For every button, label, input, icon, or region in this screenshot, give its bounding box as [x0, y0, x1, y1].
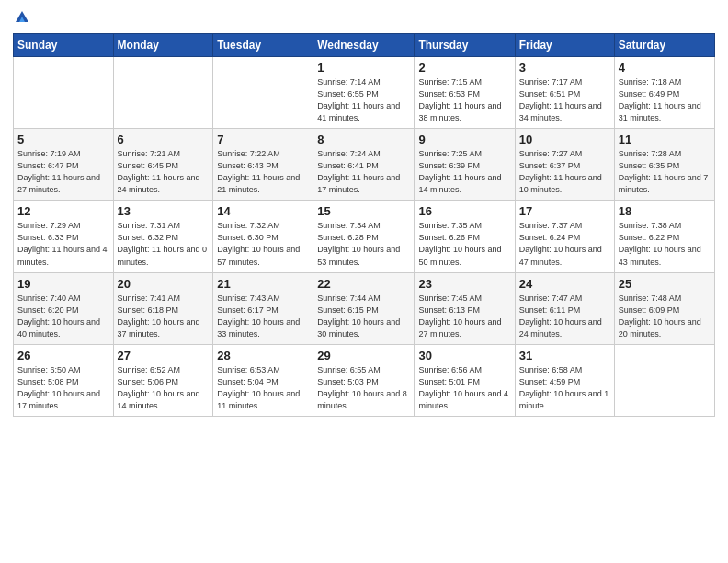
weekday-header-monday: Monday — [113, 34, 213, 57]
calendar-day-cell: 11Sunrise: 7:28 AMSunset: 6:35 PMDayligh… — [614, 129, 714, 201]
day-info: Sunrise: 7:40 AMSunset: 6:20 PMDaylight:… — [17, 293, 109, 340]
day-number: 18 — [619, 204, 711, 218]
calendar-day-cell: 5Sunrise: 7:19 AMSunset: 6:47 PMDaylight… — [14, 129, 114, 201]
day-info: Sunrise: 7:17 AMSunset: 6:51 PMDaylight:… — [519, 76, 610, 124]
calendar-week-row: 1Sunrise: 7:14 AMSunset: 6:55 PMDaylight… — [14, 57, 715, 129]
weekday-header-thursday: Thursday — [415, 34, 515, 57]
day-number: 3 — [519, 61, 610, 75]
day-info: Sunrise: 6:56 AMSunset: 5:01 PMDaylight:… — [418, 364, 510, 412]
calendar-day-cell: 13Sunrise: 7:31 AMSunset: 6:32 PMDayligh… — [113, 201, 213, 272]
day-number: 28 — [217, 349, 309, 362]
day-info: Sunrise: 7:27 AMSunset: 6:37 PMDaylight:… — [519, 148, 610, 196]
day-info: Sunrise: 7:41 AMSunset: 6:18 PMDaylight:… — [118, 293, 210, 340]
day-info: Sunrise: 7:14 AMSunset: 6:55 PMDaylight:… — [317, 76, 410, 124]
day-number: 17 — [519, 204, 610, 218]
day-number: 31 — [519, 349, 610, 362]
calendar-day-cell: 19Sunrise: 7:40 AMSunset: 6:20 PMDayligh… — [14, 272, 114, 344]
day-number: 16 — [418, 204, 510, 218]
day-info: Sunrise: 6:50 AMSunset: 5:08 PMDaylight:… — [17, 364, 109, 412]
day-number: 6 — [118, 132, 210, 146]
day-info: Sunrise: 7:21 AMSunset: 6:45 PMDaylight:… — [118, 148, 210, 196]
day-number: 9 — [418, 132, 510, 146]
day-number: 7 — [217, 132, 309, 146]
calendar-week-row: 12Sunrise: 7:29 AMSunset: 6:33 PMDayligh… — [14, 201, 715, 272]
calendar-day-cell: 22Sunrise: 7:44 AMSunset: 6:15 PMDayligh… — [313, 272, 415, 344]
weekday-header-friday: Friday — [515, 34, 614, 57]
day-number: 10 — [519, 132, 610, 146]
calendar-day-cell: 12Sunrise: 7:29 AMSunset: 6:33 PMDayligh… — [14, 201, 114, 272]
day-info: Sunrise: 7:18 AMSunset: 6:49 PMDaylight:… — [619, 76, 711, 124]
day-info: Sunrise: 7:38 AMSunset: 6:22 PMDaylight:… — [619, 220, 711, 268]
calendar-day-cell: 3Sunrise: 7:17 AMSunset: 6:51 PMDaylight… — [515, 57, 614, 129]
day-number: 25 — [619, 277, 711, 291]
day-number: 22 — [317, 277, 410, 291]
day-info: Sunrise: 7:48 AMSunset: 6:09 PMDaylight:… — [619, 293, 711, 340]
calendar-week-row: 5Sunrise: 7:19 AMSunset: 6:47 PMDaylight… — [14, 129, 715, 201]
day-info: Sunrise: 7:44 AMSunset: 6:15 PMDaylight:… — [317, 293, 410, 340]
calendar-day-cell: 30Sunrise: 6:56 AMSunset: 5:01 PMDayligh… — [415, 344, 515, 416]
day-number: 8 — [317, 132, 410, 146]
day-number: 30 — [418, 349, 510, 362]
calendar-day-cell: 15Sunrise: 7:34 AMSunset: 6:28 PMDayligh… — [313, 201, 415, 272]
calendar-day-cell: 27Sunrise: 6:52 AMSunset: 5:06 PMDayligh… — [113, 344, 213, 416]
weekday-header-saturday: Saturday — [614, 34, 714, 57]
day-info: Sunrise: 7:43 AMSunset: 6:17 PMDaylight:… — [217, 293, 309, 340]
weekday-header-tuesday: Tuesday — [213, 34, 313, 57]
calendar-day-cell: 9Sunrise: 7:25 AMSunset: 6:39 PMDaylight… — [415, 129, 515, 201]
calendar-day-cell: 29Sunrise: 6:55 AMSunset: 5:03 PMDayligh… — [313, 344, 415, 416]
calendar-day-cell: 21Sunrise: 7:43 AMSunset: 6:17 PMDayligh… — [213, 272, 313, 344]
day-number: 19 — [17, 277, 109, 291]
day-number: 21 — [217, 277, 309, 291]
calendar-day-cell: 31Sunrise: 6:58 AMSunset: 4:59 PMDayligh… — [515, 344, 614, 416]
calendar-day-cell: 23Sunrise: 7:45 AMSunset: 6:13 PMDayligh… — [415, 272, 515, 344]
day-number: 11 — [619, 132, 711, 146]
calendar-page: SundayMondayTuesdayWednesdayThursdayFrid… — [0, 0, 728, 563]
day-number: 24 — [519, 277, 610, 291]
calendar-day-cell: 6Sunrise: 7:21 AMSunset: 6:45 PMDaylight… — [113, 129, 213, 201]
day-info: Sunrise: 7:34 AMSunset: 6:28 PMDaylight:… — [317, 220, 410, 268]
day-number: 1 — [317, 61, 410, 75]
calendar-day-cell: 7Sunrise: 7:22 AMSunset: 6:43 PMDaylight… — [213, 129, 313, 201]
calendar-day-cell: 24Sunrise: 7:47 AMSunset: 6:11 PMDayligh… — [515, 272, 614, 344]
calendar-day-cell: 14Sunrise: 7:32 AMSunset: 6:30 PMDayligh… — [213, 201, 313, 272]
calendar-week-row: 26Sunrise: 6:50 AMSunset: 5:08 PMDayligh… — [14, 344, 715, 416]
day-info: Sunrise: 7:25 AMSunset: 6:39 PMDaylight:… — [418, 148, 510, 196]
logo — [13, 9, 30, 26]
day-number: 15 — [317, 204, 410, 218]
day-info: Sunrise: 7:15 AMSunset: 6:53 PMDaylight:… — [418, 76, 510, 124]
weekday-header-sunday: Sunday — [14, 34, 114, 57]
calendar-day-cell: 2Sunrise: 7:15 AMSunset: 6:53 PMDaylight… — [415, 57, 515, 129]
day-number: 5 — [17, 132, 109, 146]
logo-icon — [14, 9, 30, 26]
day-info: Sunrise: 7:28 AMSunset: 6:35 PMDaylight:… — [619, 148, 711, 196]
day-info: Sunrise: 7:45 AMSunset: 6:13 PMDaylight:… — [418, 293, 510, 340]
calendar-day-cell: 28Sunrise: 6:53 AMSunset: 5:04 PMDayligh… — [213, 344, 313, 416]
day-info: Sunrise: 6:58 AMSunset: 4:59 PMDaylight:… — [519, 364, 610, 412]
day-info: Sunrise: 7:47 AMSunset: 6:11 PMDaylight:… — [519, 293, 610, 340]
day-number: 23 — [418, 277, 510, 291]
calendar-day-cell: 4Sunrise: 7:18 AMSunset: 6:49 PMDaylight… — [614, 57, 714, 129]
day-info: Sunrise: 7:37 AMSunset: 6:24 PMDaylight:… — [519, 220, 610, 268]
calendar-day-cell: 16Sunrise: 7:35 AMSunset: 6:26 PMDayligh… — [415, 201, 515, 272]
day-number: 20 — [118, 277, 210, 291]
day-number: 27 — [118, 349, 210, 362]
day-number: 26 — [17, 349, 109, 362]
day-number: 2 — [418, 61, 510, 75]
day-info: Sunrise: 6:53 AMSunset: 5:04 PMDaylight:… — [217, 364, 309, 412]
day-info: Sunrise: 7:31 AMSunset: 6:32 PMDaylight:… — [118, 220, 210, 268]
day-info: Sunrise: 7:29 AMSunset: 6:33 PMDaylight:… — [17, 220, 109, 268]
day-number: 29 — [317, 349, 410, 362]
day-info: Sunrise: 7:19 AMSunset: 6:47 PMDaylight:… — [17, 148, 109, 196]
calendar-day-cell: 1Sunrise: 7:14 AMSunset: 6:55 PMDaylight… — [313, 57, 415, 129]
day-info: Sunrise: 6:55 AMSunset: 5:03 PMDaylight:… — [317, 364, 410, 412]
calendar-day-cell: 25Sunrise: 7:48 AMSunset: 6:09 PMDayligh… — [614, 272, 714, 344]
calendar-day-cell — [213, 57, 313, 129]
calendar-day-cell: 20Sunrise: 7:41 AMSunset: 6:18 PMDayligh… — [113, 272, 213, 344]
calendar-day-cell: 26Sunrise: 6:50 AMSunset: 5:08 PMDayligh… — [14, 344, 114, 416]
day-number: 12 — [17, 204, 109, 218]
weekday-header-row: SundayMondayTuesdayWednesdayThursdayFrid… — [14, 34, 715, 57]
day-info: Sunrise: 7:35 AMSunset: 6:26 PMDaylight:… — [418, 220, 510, 268]
day-info: Sunrise: 7:22 AMSunset: 6:43 PMDaylight:… — [217, 148, 309, 196]
calendar-day-cell — [113, 57, 213, 129]
day-info: Sunrise: 6:52 AMSunset: 5:06 PMDaylight:… — [118, 364, 210, 412]
